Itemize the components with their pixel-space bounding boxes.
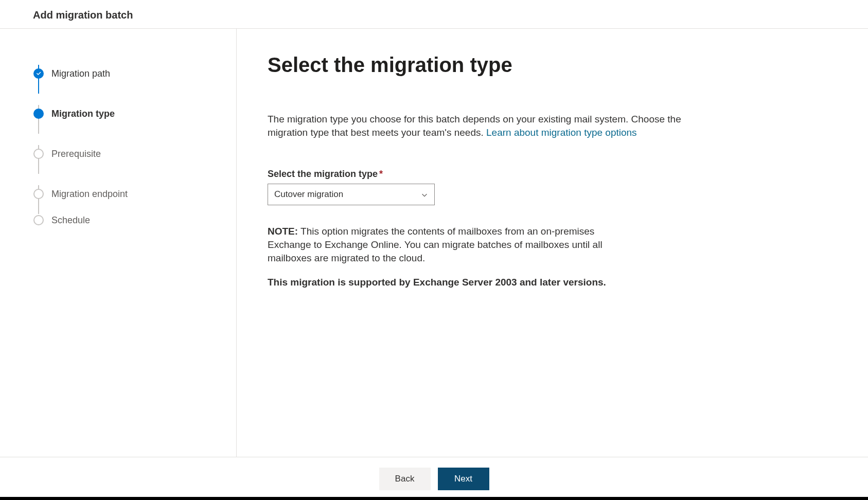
step-label: Migration endpoint xyxy=(51,189,128,200)
main-area: Migration path Migration type Prerequisi… xyxy=(0,29,868,457)
step-status-icon-current xyxy=(33,108,44,119)
step-label: Migration path xyxy=(51,68,110,79)
wizard-steps-sidebar: Migration path Migration type Prerequisi… xyxy=(0,29,237,457)
note-block: NOTE: This option migrates the contents … xyxy=(268,225,612,289)
empty-circle-icon xyxy=(33,189,44,199)
step-status-icon-upcoming xyxy=(33,148,44,159)
page-title: Add migration batch xyxy=(33,9,133,21)
step-migration-path[interactable]: Migration path xyxy=(33,53,236,94)
back-button[interactable]: Back xyxy=(379,468,431,490)
step-status-icon-upcoming xyxy=(33,215,44,226)
step-prerequisite[interactable]: Prerequisite xyxy=(33,134,236,174)
step-schedule[interactable]: Schedule xyxy=(33,214,236,226)
steps-list: Migration path Migration type Prerequisi… xyxy=(33,53,236,226)
filled-circle-icon xyxy=(33,109,44,119)
step-migration-endpoint[interactable]: Migration endpoint xyxy=(33,174,236,214)
note-support: This migration is supported by Exchange … xyxy=(268,276,612,289)
page-header: Add migration batch xyxy=(0,0,868,29)
migration-type-select-wrap: Cutover migration xyxy=(268,184,435,205)
step-label: Migration type xyxy=(51,109,115,119)
step-label: Schedule xyxy=(51,215,90,226)
step-status-icon-upcoming xyxy=(33,188,44,200)
field-label-text: Select the migration type xyxy=(268,169,378,179)
migration-type-select[interactable]: Cutover migration xyxy=(268,184,435,205)
chevron-down-icon xyxy=(421,191,428,198)
empty-circle-icon xyxy=(33,149,44,159)
note-text: This option migrates the contents of mai… xyxy=(268,226,603,263)
select-value: Cutover migration xyxy=(274,189,343,200)
check-circle-icon xyxy=(33,68,44,79)
content-panel: Select the migration type The migration … xyxy=(237,29,751,457)
empty-circle-icon xyxy=(33,215,44,225)
window-bottom-strip xyxy=(0,497,868,500)
step-status-icon-completed xyxy=(33,68,44,79)
migration-type-label: Select the migration type* xyxy=(268,169,720,180)
required-indicator: * xyxy=(379,169,383,179)
content-description: The migration type you choose for this b… xyxy=(268,113,720,139)
note-label: NOTE: xyxy=(268,226,298,237)
next-button[interactable]: Next xyxy=(438,468,489,490)
wizard-footer: Back Next xyxy=(0,457,868,500)
content-title: Select the migration type xyxy=(268,53,720,77)
step-label: Prerequisite xyxy=(51,149,101,159)
step-migration-type[interactable]: Migration type xyxy=(33,94,236,134)
learn-more-link[interactable]: Learn about migration type options xyxy=(486,127,637,138)
